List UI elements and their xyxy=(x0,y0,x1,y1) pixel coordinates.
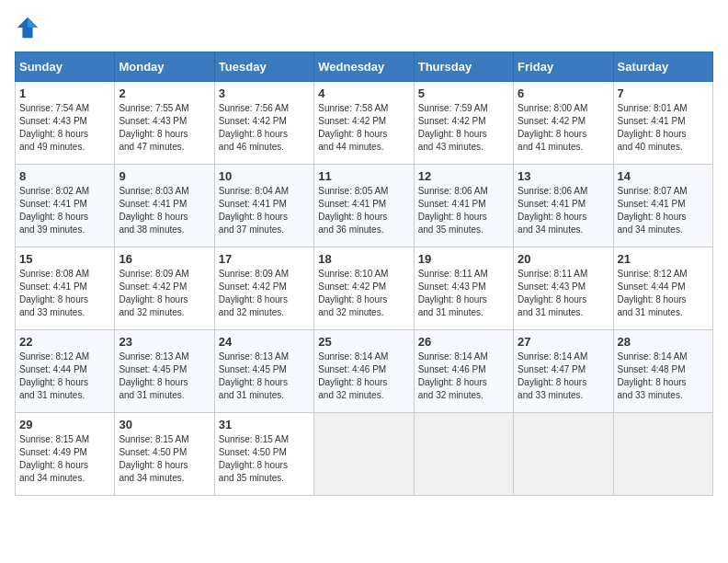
day-info: Sunrise: 8:03 AMSunset: 4:41 PMDaylight:… xyxy=(119,185,210,236)
calendar-week-row: 15Sunrise: 8:08 AMSunset: 4:41 PMDayligh… xyxy=(16,247,713,330)
calendar-cell: 14Sunrise: 8:07 AMSunset: 4:41 PMDayligh… xyxy=(613,165,712,247)
day-number: 28 xyxy=(618,335,709,349)
calendar-cell: 19Sunrise: 8:11 AMSunset: 4:43 PMDayligh… xyxy=(414,247,513,330)
day-info: Sunrise: 8:14 AMSunset: 4:48 PMDaylight:… xyxy=(618,350,709,402)
logo xyxy=(15,15,40,40)
day-number: 3 xyxy=(219,86,310,100)
calendar-cell: 4Sunrise: 7:58 AMSunset: 4:42 PMDaylight… xyxy=(314,82,414,165)
calendar-cell: 11Sunrise: 8:05 AMSunset: 4:41 PMDayligh… xyxy=(314,165,414,247)
calendar-header-row: SundayMondayTuesdayWednesdayThursdayFrid… xyxy=(16,52,713,82)
day-number: 9 xyxy=(119,169,210,183)
day-info: Sunrise: 8:14 AMSunset: 4:46 PMDaylight:… xyxy=(318,350,409,402)
day-number: 22 xyxy=(19,335,110,349)
day-number: 21 xyxy=(618,252,709,266)
day-number: 25 xyxy=(318,335,409,349)
calendar-cell: 20Sunrise: 8:11 AMSunset: 4:43 PMDayligh… xyxy=(514,247,613,330)
day-info: Sunrise: 8:06 AMSunset: 4:41 PMDaylight:… xyxy=(518,185,609,236)
calendar-cell: 24Sunrise: 8:13 AMSunset: 4:45 PMDayligh… xyxy=(214,330,313,413)
calendar-cell: 23Sunrise: 8:13 AMSunset: 4:45 PMDayligh… xyxy=(115,330,214,413)
calendar-cell: 3Sunrise: 7:56 AMSunset: 4:42 PMDaylight… xyxy=(214,82,313,165)
day-number: 12 xyxy=(418,169,509,183)
calendar-table: SundayMondayTuesdayWednesdayThursdayFrid… xyxy=(15,52,713,496)
day-number: 18 xyxy=(318,252,409,266)
day-info: Sunrise: 8:01 AMSunset: 4:41 PMDaylight:… xyxy=(618,102,709,154)
calendar-cell: 2Sunrise: 7:55 AMSunset: 4:43 PMDaylight… xyxy=(115,82,214,165)
calendar-week-row: 22Sunrise: 8:12 AMSunset: 4:44 PMDayligh… xyxy=(16,330,713,413)
day-number: 23 xyxy=(119,335,210,349)
day-number: 29 xyxy=(19,418,110,431)
day-info: Sunrise: 8:12 AMSunset: 4:44 PMDaylight:… xyxy=(19,350,110,402)
day-number: 6 xyxy=(518,86,609,100)
day-info: Sunrise: 8:10 AMSunset: 4:42 PMDaylight:… xyxy=(318,268,409,319)
calendar-cell: 13Sunrise: 8:06 AMSunset: 4:41 PMDayligh… xyxy=(514,165,613,247)
day-info: Sunrise: 8:11 AMSunset: 4:43 PMDaylight:… xyxy=(418,268,509,319)
calendar-cell: 29Sunrise: 8:15 AMSunset: 4:49 PMDayligh… xyxy=(16,413,115,496)
day-info: Sunrise: 8:05 AMSunset: 4:41 PMDaylight:… xyxy=(318,185,409,236)
calendar-cell: 10Sunrise: 8:04 AMSunset: 4:41 PMDayligh… xyxy=(214,165,313,247)
day-info: Sunrise: 7:54 AMSunset: 4:43 PMDaylight:… xyxy=(19,102,110,154)
day-info: Sunrise: 8:04 AMSunset: 4:41 PMDaylight:… xyxy=(219,185,310,236)
day-number: 19 xyxy=(418,252,509,266)
page-header xyxy=(15,15,713,40)
calendar-cell: 27Sunrise: 8:14 AMSunset: 4:47 PMDayligh… xyxy=(514,330,613,413)
calendar-week-row: 1Sunrise: 7:54 AMSunset: 4:43 PMDaylight… xyxy=(16,82,713,165)
day-number: 14 xyxy=(618,169,709,183)
calendar-cell: 16Sunrise: 8:09 AMSunset: 4:42 PMDayligh… xyxy=(115,247,214,330)
calendar-cell: 18Sunrise: 8:10 AMSunset: 4:42 PMDayligh… xyxy=(314,247,414,330)
day-number: 31 xyxy=(219,418,310,431)
day-number: 2 xyxy=(119,86,210,100)
day-info: Sunrise: 8:07 AMSunset: 4:41 PMDaylight:… xyxy=(618,185,709,236)
day-header-monday: Monday xyxy=(115,52,214,82)
calendar-cell xyxy=(314,413,414,496)
day-number: 1 xyxy=(19,86,110,100)
calendar-cell: 31Sunrise: 8:15 AMSunset: 4:50 PMDayligh… xyxy=(214,413,313,496)
day-header-tuesday: Tuesday xyxy=(214,52,313,82)
day-number: 16 xyxy=(119,252,210,266)
day-number: 10 xyxy=(219,169,310,183)
calendar-cell: 30Sunrise: 8:15 AMSunset: 4:50 PMDayligh… xyxy=(115,413,214,496)
day-number: 17 xyxy=(219,252,310,266)
day-number: 11 xyxy=(318,169,409,183)
svg-marker-1 xyxy=(28,17,38,28)
day-info: Sunrise: 8:14 AMSunset: 4:46 PMDaylight:… xyxy=(418,350,509,402)
day-info: Sunrise: 8:09 AMSunset: 4:42 PMDaylight:… xyxy=(219,268,310,319)
calendar-cell xyxy=(613,413,712,496)
calendar-cell xyxy=(414,413,513,496)
calendar-cell: 28Sunrise: 8:14 AMSunset: 4:48 PMDayligh… xyxy=(613,330,712,413)
day-header-sunday: Sunday xyxy=(16,52,115,82)
calendar-cell: 7Sunrise: 8:01 AMSunset: 4:41 PMDaylight… xyxy=(613,82,712,165)
day-info: Sunrise: 8:15 AMSunset: 4:50 PMDaylight:… xyxy=(119,433,210,485)
calendar-cell: 8Sunrise: 8:02 AMSunset: 4:41 PMDaylight… xyxy=(16,165,115,247)
day-info: Sunrise: 8:14 AMSunset: 4:47 PMDaylight:… xyxy=(518,350,609,402)
day-number: 13 xyxy=(518,169,609,183)
day-number: 26 xyxy=(418,335,509,349)
day-number: 8 xyxy=(19,169,110,183)
day-header-wednesday: Wednesday xyxy=(314,52,414,82)
day-info: Sunrise: 7:58 AMSunset: 4:42 PMDaylight:… xyxy=(318,102,409,154)
calendar-week-row: 29Sunrise: 8:15 AMSunset: 4:49 PMDayligh… xyxy=(16,413,713,496)
day-info: Sunrise: 8:13 AMSunset: 4:45 PMDaylight:… xyxy=(219,350,310,402)
day-info: Sunrise: 8:12 AMSunset: 4:44 PMDaylight:… xyxy=(618,268,709,319)
day-number: 24 xyxy=(219,335,310,349)
day-number: 30 xyxy=(119,418,210,431)
calendar-cell: 1Sunrise: 7:54 AMSunset: 4:43 PMDaylight… xyxy=(16,82,115,165)
day-info: Sunrise: 8:02 AMSunset: 4:41 PMDaylight:… xyxy=(19,185,110,236)
day-number: 20 xyxy=(518,252,609,266)
day-info: Sunrise: 7:56 AMSunset: 4:42 PMDaylight:… xyxy=(219,102,310,154)
day-header-friday: Friday xyxy=(514,52,613,82)
day-number: 4 xyxy=(318,86,409,100)
day-number: 7 xyxy=(618,86,709,100)
day-header-saturday: Saturday xyxy=(613,52,712,82)
calendar-cell: 9Sunrise: 8:03 AMSunset: 4:41 PMDaylight… xyxy=(115,165,214,247)
day-info: Sunrise: 7:59 AMSunset: 4:42 PMDaylight:… xyxy=(418,102,509,154)
day-number: 15 xyxy=(19,252,110,266)
calendar-cell: 15Sunrise: 8:08 AMSunset: 4:41 PMDayligh… xyxy=(16,247,115,330)
calendar-cell: 17Sunrise: 8:09 AMSunset: 4:42 PMDayligh… xyxy=(214,247,313,330)
day-info: Sunrise: 8:08 AMSunset: 4:41 PMDaylight:… xyxy=(19,268,110,319)
day-number: 5 xyxy=(418,86,509,100)
calendar-cell: 6Sunrise: 8:00 AMSunset: 4:42 PMDaylight… xyxy=(514,82,613,165)
day-number: 27 xyxy=(518,335,609,349)
day-info: Sunrise: 8:13 AMSunset: 4:45 PMDaylight:… xyxy=(119,350,210,402)
calendar-cell: 21Sunrise: 8:12 AMSunset: 4:44 PMDayligh… xyxy=(613,247,712,330)
day-header-thursday: Thursday xyxy=(414,52,513,82)
